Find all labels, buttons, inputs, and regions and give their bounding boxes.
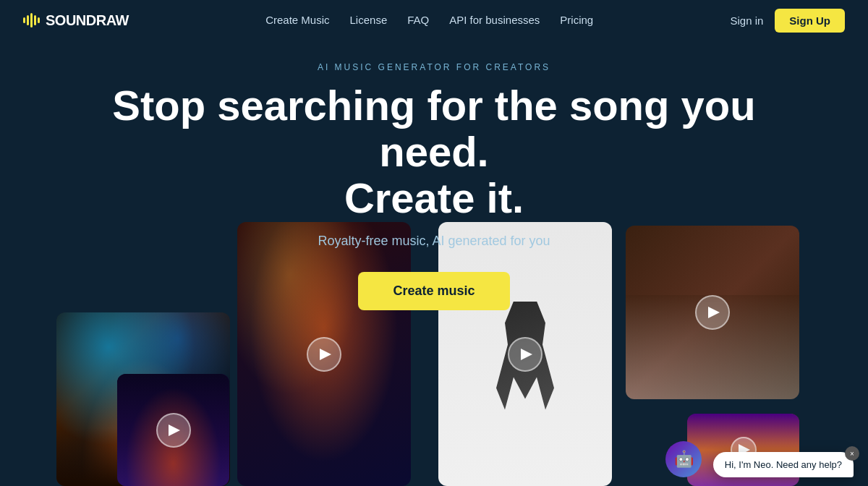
logo[interactable]: SOUNDRAW — [23, 12, 129, 29]
chat-avatar-emoji: 🤖 — [674, 450, 694, 469]
city-card[interactable] — [117, 374, 229, 486]
dancer-play-button[interactable] — [508, 337, 542, 372]
nav-create-music[interactable]: Create Music — [265, 14, 329, 26]
signin-link[interactable]: Sign in — [730, 14, 763, 27]
nav-pricing[interactable]: Pricing — [560, 14, 593, 26]
chat-avatar[interactable]: 🤖 — [665, 441, 702, 477]
nav-actions: Sign in Sign Up — [730, 9, 845, 33]
nav-faq[interactable]: FAQ — [407, 14, 429, 26]
logo-text: SOUNDRAW — [46, 12, 129, 29]
hero-subtitle: Royalty-free music, AI generated for you — [0, 234, 868, 249]
hero-eyebrow: AI MUSIC GENERATOR FOR CREATORS — [0, 62, 868, 72]
nav-api-businesses[interactable]: API for businesses — [449, 14, 540, 26]
nav-license[interactable]: License — [350, 14, 388, 26]
hero-section: AI MUSIC GENERATOR FOR CREATORS Stop sea… — [0, 40, 868, 332]
chat-bubble: × Hi, I'm Neo. Need any help? — [713, 452, 854, 477]
logo-icon — [23, 13, 40, 27]
chat-message: Hi, I'm Neo. Need any help? — [725, 459, 842, 470]
signup-button[interactable]: Sign Up — [775, 9, 845, 33]
hero-title: Stop searching for the song you need. Cr… — [109, 82, 760, 221]
chat-close-button[interactable]: × — [845, 446, 859, 461]
disco-play-button[interactable] — [307, 337, 341, 372]
hero-title-line2: Create it. — [344, 174, 524, 221]
navbar: SOUNDRAW Create Music License FAQ API fo… — [0, 0, 868, 40]
city-play-button[interactable] — [156, 413, 191, 448]
create-music-cta[interactable]: Create music — [358, 272, 509, 310]
hero-title-line1: Stop searching for the song you need. — [112, 82, 755, 175]
nav-links: Create Music License FAQ API for busines… — [265, 14, 593, 27]
